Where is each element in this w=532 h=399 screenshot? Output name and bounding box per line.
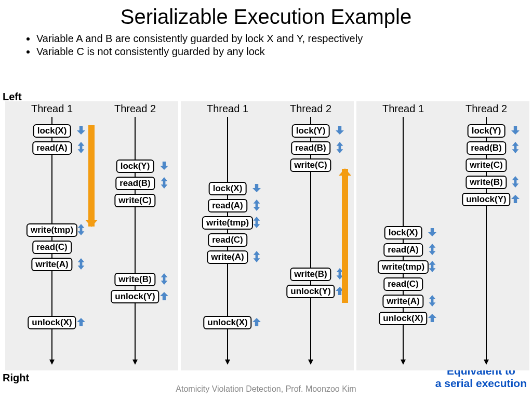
operation-box: write(A) bbox=[207, 250, 248, 264]
thread1-label: Thread 1 bbox=[377, 103, 429, 115]
mover-updown-icon bbox=[77, 142, 85, 153]
bullet-list: Variable A and B are consistently guarde… bbox=[16, 33, 532, 58]
timeline bbox=[403, 117, 404, 364]
thread2-label: Thread 2 bbox=[109, 103, 161, 115]
operation-box: lock(Y) bbox=[468, 124, 506, 138]
operation-box: lock(X) bbox=[384, 226, 422, 240]
slide-title: Serializable Execution Example bbox=[0, 5, 532, 29]
operation-box: write(A) bbox=[31, 258, 72, 271]
mover-down-icon bbox=[428, 228, 436, 236]
operation-box: lock(X) bbox=[33, 124, 71, 138]
mover-down-icon bbox=[336, 126, 344, 135]
operation-box: unlock(Y) bbox=[111, 290, 159, 303]
execution-panel: Thread 1Thread 2lock(Y)read(B)write(C)lo… bbox=[181, 101, 354, 370]
operation-box: write(C) bbox=[466, 158, 507, 172]
operation-box: read(A) bbox=[32, 141, 72, 155]
mover-updown-icon bbox=[77, 224, 85, 235]
operation-box: lock(Y) bbox=[116, 159, 154, 173]
operation-box: unlock(X) bbox=[28, 316, 76, 329]
operation-box: write(tmp) bbox=[378, 260, 429, 274]
operation-box: lock(Y) bbox=[292, 124, 330, 138]
footer-text: Atomicity Violation Detection, Prof. Moo… bbox=[0, 384, 532, 394]
mover-up-icon bbox=[160, 292, 168, 300]
mover-updown-icon bbox=[160, 273, 168, 285]
mover-updown-icon bbox=[428, 244, 436, 255]
mover-updown-icon bbox=[428, 295, 436, 307]
mover-up-icon bbox=[252, 318, 261, 326]
reorder-arrow bbox=[88, 125, 95, 227]
mover-updown-icon bbox=[428, 261, 436, 272]
right-label: Right bbox=[3, 372, 29, 384]
operation-box: unlock(X) bbox=[203, 316, 251, 329]
operation-box: unlock(Y) bbox=[462, 193, 510, 206]
operation-box: read(C) bbox=[32, 241, 72, 254]
mover-up-icon bbox=[77, 318, 85, 326]
operation-box: write(tmp) bbox=[26, 223, 77, 237]
execution-panel: Thread 1Thread 2lock(Y)read(B)write(C)wr… bbox=[356, 101, 529, 370]
mover-down-icon bbox=[252, 184, 261, 192]
operation-box: write(B) bbox=[290, 268, 331, 281]
operation-box: write(C) bbox=[114, 194, 155, 207]
operation-box: read(B) bbox=[291, 141, 330, 155]
mover-down-icon bbox=[160, 162, 168, 170]
timeline bbox=[135, 117, 136, 364]
operation-box: read(A) bbox=[383, 243, 423, 257]
mover-down-icon bbox=[77, 126, 85, 135]
panels-container: Thread 1Thread 2lock(X)read(A)lock(Y)rea… bbox=[5, 101, 529, 370]
mover-updown-icon bbox=[511, 176, 520, 188]
execution-panel: Thread 1Thread 2lock(X)read(A)lock(Y)rea… bbox=[5, 101, 178, 370]
operation-box: write(B) bbox=[466, 176, 507, 189]
mover-up-icon bbox=[511, 195, 520, 203]
operation-box: read(A) bbox=[208, 199, 247, 212]
operation-box: write(B) bbox=[114, 273, 155, 286]
thread1-label: Thread 1 bbox=[26, 103, 78, 115]
bullet-item: Variable A and B are consistently guarde… bbox=[36, 33, 532, 45]
bullet-item: Variable C is not consistently guarded b… bbox=[36, 46, 532, 58]
thread2-label: Thread 2 bbox=[460, 103, 512, 115]
operation-box: write(C) bbox=[290, 158, 331, 172]
operation-box: lock(X) bbox=[209, 182, 247, 195]
thread1-label: Thread 1 bbox=[202, 103, 254, 115]
mover-down-icon bbox=[511, 126, 520, 135]
operation-box: read(C) bbox=[383, 277, 423, 291]
operation-box: read(C) bbox=[208, 233, 247, 247]
mover-up-icon bbox=[428, 314, 436, 322]
mover-updown-icon bbox=[77, 258, 85, 270]
reorder-arrow bbox=[342, 169, 348, 303]
operation-box: read(B) bbox=[467, 141, 506, 155]
mover-updown-icon bbox=[252, 251, 261, 262]
operation-box: read(B) bbox=[115, 177, 155, 190]
thread2-label: Thread 2 bbox=[285, 103, 337, 115]
mover-updown-icon bbox=[511, 142, 520, 153]
operation-box: write(tmp) bbox=[202, 216, 253, 230]
operation-box: write(A) bbox=[382, 295, 423, 308]
operation-box: unlock(X) bbox=[379, 312, 427, 325]
mover-updown-icon bbox=[160, 177, 168, 189]
mover-updown-icon bbox=[336, 142, 344, 153]
mover-updown-icon bbox=[252, 217, 261, 228]
operation-box: unlock(Y) bbox=[286, 285, 335, 298]
mover-updown-icon bbox=[252, 200, 261, 211]
